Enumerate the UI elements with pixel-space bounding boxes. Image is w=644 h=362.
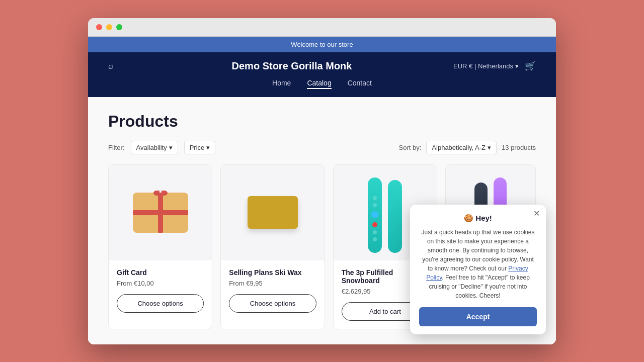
filters-left: Filter: Availability ▾ Price ▾ (108, 141, 215, 154)
nav-home[interactable]: Home (272, 79, 291, 89)
maximize-button[interactable] (116, 24, 122, 30)
announcement-text: Welcome to our store (291, 41, 353, 48)
chevron-down-icon: ▾ (488, 144, 491, 151)
sort-dropdown[interactable]: Alphabetically, A-Z ▾ (426, 141, 497, 154)
privacy-policy-link[interactable]: Privacy Policy (426, 265, 528, 281)
cookie-title: 🍪 Hey! (419, 214, 537, 223)
cookie-banner: ✕ 🍪 Hey! Just a quick heads up that we u… (410, 205, 546, 334)
announcement-bar: Welcome to our store (88, 37, 556, 52)
store: Welcome to our store ⌕ Demo Store Gorill… (88, 37, 556, 344)
header-top: ⌕ Demo Store Gorilla Monk EUR € | Nether… (108, 60, 536, 72)
wax-illustration (248, 196, 298, 229)
product-name: Gift Card (117, 268, 204, 277)
cookie-emoji: 🍪 (464, 214, 473, 222)
filter-label: Filter: (108, 144, 125, 151)
cookie-body-text: Just a quick heads up that we use cookie… (419, 228, 537, 300)
main-nav: Home Catalog Contact (108, 79, 536, 89)
product-info: Gift Card From €10,00 Choose options (109, 260, 212, 321)
gift-card-illustration (133, 193, 188, 233)
product-image-ski-wax (221, 165, 324, 260)
choose-options-button-ski-wax[interactable]: Choose options (229, 294, 316, 313)
cart-icon[interactable]: 🛒 (525, 60, 536, 71)
close-button[interactable] (96, 24, 102, 30)
snowboard-teal-2 (388, 180, 402, 253)
minimize-button[interactable] (106, 24, 112, 30)
filters-bar: Filter: Availability ▾ Price ▾ Sort by: … (108, 141, 536, 154)
chevron-down-icon: ▾ (206, 144, 210, 151)
product-info: Selling Plans Ski Wax From €9,95 Choose … (221, 260, 324, 321)
cookie-close-button[interactable]: ✕ (533, 210, 540, 218)
filters-right: Sort by: Alphabetically, A-Z ▾ 13 produc… (399, 141, 536, 154)
product-count: 13 products (502, 144, 536, 151)
snowboard-teal (368, 177, 382, 253)
product-name: Selling Plans Ski Wax (229, 268, 316, 277)
product-card-ski-wax[interactable]: Selling Plans Ski Wax From €9,95 Choose … (220, 164, 325, 329)
choose-options-button-gift-card[interactable]: Choose options (117, 294, 204, 313)
header: ⌕ Demo Store Gorilla Monk EUR € | Nether… (88, 52, 556, 97)
cookie-accept-button[interactable]: Accept (419, 307, 537, 326)
store-logo[interactable]: Demo Store Gorilla Monk (138, 60, 445, 72)
nav-catalog[interactable]: Catalog (307, 79, 331, 89)
header-right: EUR € | Netherlands ▾ 🛒 (445, 60, 536, 71)
snowboard-illustration (368, 172, 402, 253)
header-left: ⌕ (108, 61, 138, 71)
product-price: From €9,95 (229, 280, 316, 287)
nav-contact[interactable]: Contact (348, 79, 372, 89)
chevron-down-icon: ▾ (169, 144, 173, 151)
currency-selector[interactable]: EUR € | Netherlands ▾ (453, 62, 519, 70)
browser-window: Welcome to our store ⌕ Demo Store Gorill… (88, 18, 556, 344)
availability-filter[interactable]: Availability ▾ (131, 141, 178, 154)
browser-chrome (88, 18, 556, 37)
chevron-down-icon: ▾ (515, 62, 519, 70)
product-price: From €10,00 (117, 280, 204, 287)
product-image-gift-card (109, 165, 212, 260)
search-icon[interactable]: ⌕ (108, 61, 114, 71)
product-card-gift-card[interactable]: Gift Card From €10,00 Choose options (108, 164, 212, 329)
price-filter[interactable]: Price ▾ (184, 141, 216, 154)
page-title: Products (108, 112, 536, 131)
sort-label: Sort by: (399, 144, 422, 151)
